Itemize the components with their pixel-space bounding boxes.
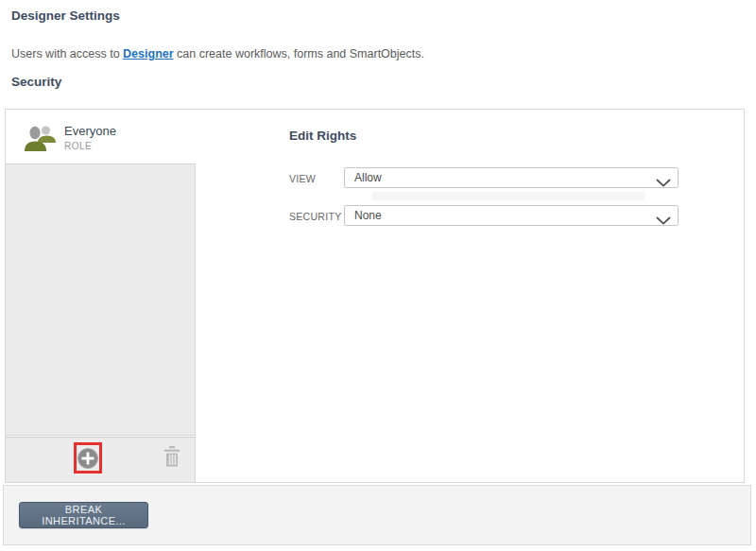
footer-bar: BREAK INHERITANCE... [3,485,751,545]
description-suffix: can create workflows, forms and SmartObj… [174,47,424,60]
view-select[interactable]: Allow [344,167,679,188]
chevron-down-icon [656,174,671,193]
plus-icon [77,457,98,472]
chevron-down-icon [656,212,671,231]
description-prefix: Users with access to [11,47,123,60]
view-field-label: VIEW [289,173,316,184]
break-inheritance-button[interactable]: BREAK INHERITANCE... [19,502,148,528]
security-panel: Everyone ROLE [5,109,745,483]
role-name[interactable]: Everyone [64,124,116,138]
edit-rights-title: Edit Rights [289,129,356,143]
page-title: Designer Settings [11,9,120,23]
security-select[interactable]: None [344,205,679,226]
highlight-artifact [371,192,645,200]
designer-link[interactable]: Designer [123,47,174,60]
add-button-highlight [74,442,102,474]
trash-icon [163,456,181,471]
security-select-value: None [354,209,382,222]
member-list[interactable] [6,164,196,436]
designer-settings-page: Designer Settings Users with access to D… [0,0,756,551]
delete-member-button[interactable] [163,446,181,468]
add-member-button[interactable] [77,448,98,469]
role-people-icon [24,124,58,153]
role-type-label: ROLE [64,141,92,151]
security-field-label: SECURITY [289,211,342,222]
page-description: Users with access to Designer can create… [11,47,424,60]
security-section-title: Security [11,75,61,89]
view-select-value: Allow [354,171,382,184]
